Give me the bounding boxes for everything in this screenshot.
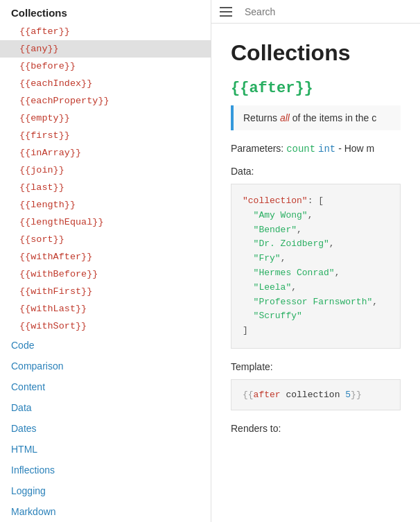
sidebar-item-join[interactable]: {{join}} — [0, 162, 211, 179]
sidebar-nav-item-html[interactable]: HTML — [0, 439, 211, 460]
sidebar: Collections {{after}}{{any}}{{before}}{{… — [0, 0, 211, 522]
description-block: Returns all of the items in the c — [231, 105, 401, 130]
sidebar-nav-item-comparison[interactable]: Comparison — [0, 356, 211, 376]
sidebar-items-container: {{after}}{{any}}{{before}}{{eachIndex}}{… — [0, 23, 211, 335]
sidebar-nav-item-logging[interactable]: Logging — [0, 480, 211, 501]
sidebar-item-empty[interactable]: {{empty}} — [0, 110, 211, 127]
sidebar-item-before[interactable]: {{before}} — [0, 58, 211, 75]
sidebar-nav-item-dates[interactable]: Dates — [0, 418, 211, 439]
sidebar-item-after[interactable]: {{after}} — [0, 23, 211, 40]
sidebar-item-eachIndex[interactable]: {{eachIndex}} — [0, 75, 211, 92]
sidebar-nav-item-markdown[interactable]: Markdown — [0, 501, 211, 522]
sidebar-item-length[interactable]: {{length}} — [0, 196, 211, 214]
sidebar-item-withAfter[interactable]: {{withAfter}} — [0, 248, 211, 266]
sidebar-nav-item-code[interactable]: Code — [0, 335, 211, 356]
hamburger-menu-button[interactable] — [220, 3, 236, 20]
main-header — [211, 0, 420, 24]
sidebar-nav-item-inflections[interactable]: Inflections — [0, 460, 211, 480]
sidebar-item-withLast[interactable]: {{withLast}} — [0, 300, 211, 317]
sidebar-item-any[interactable]: {{any}} — [0, 40, 211, 58]
params-line: Parameters: count int - How m — [231, 143, 401, 155]
data-label: Data: — [231, 166, 401, 177]
sidebar-nav-container: CodeComparisonContentDataDatesHTMLInflec… — [0, 335, 211, 522]
description-highlight: all — [280, 112, 290, 123]
content-area: Collections {{after}} Returns all of the… — [211, 24, 420, 451]
param-name: count — [286, 143, 315, 155]
function-title: {{after}} — [231, 80, 401, 97]
renders-label: Renders to: — [231, 423, 401, 434]
param-desc: - How m — [338, 143, 374, 154]
sidebar-item-sort[interactable]: {{sort}} — [0, 231, 211, 248]
param-type: int — [318, 143, 335, 155]
sidebar-item-first[interactable]: {{first}} — [0, 127, 211, 144]
template-code-block: {{after collection 5}} — [231, 379, 401, 410]
page-title: Collections — [231, 40, 401, 66]
sidebar-item-withSort[interactable]: {{withSort}} — [0, 317, 211, 335]
sidebar-category-collections[interactable]: Collections — [0, 0, 211, 23]
sidebar-nav-item-content[interactable]: Content — [0, 376, 211, 397]
data-code-block: "collection": [ "Amy Wong", "Bender", "D… — [231, 184, 401, 349]
sidebar-item-last[interactable]: {{last}} — [0, 179, 211, 196]
sidebar-nav-item-data[interactable]: Data — [0, 397, 211, 418]
sidebar-item-eachProperty[interactable]: {{eachProperty}} — [0, 92, 211, 110]
sidebar-item-withBefore[interactable]: {{withBefore}} — [0, 266, 211, 283]
sidebar-item-inArray[interactable]: {{inArray}} — [0, 144, 211, 162]
sidebar-item-lengthEqual[interactable]: {{lengthEqual}} — [0, 214, 211, 231]
sidebar-item-withFirst[interactable]: {{withFirst}} — [0, 283, 211, 300]
main-content: Collections {{after}} Returns all of the… — [211, 0, 420, 522]
template-label: Template: — [231, 361, 401, 372]
hamburger-line-2 — [220, 11, 232, 12]
hamburger-line-1 — [220, 7, 232, 8]
hamburger-line-3 — [220, 15, 232, 17]
search-input[interactable] — [245, 3, 412, 20]
